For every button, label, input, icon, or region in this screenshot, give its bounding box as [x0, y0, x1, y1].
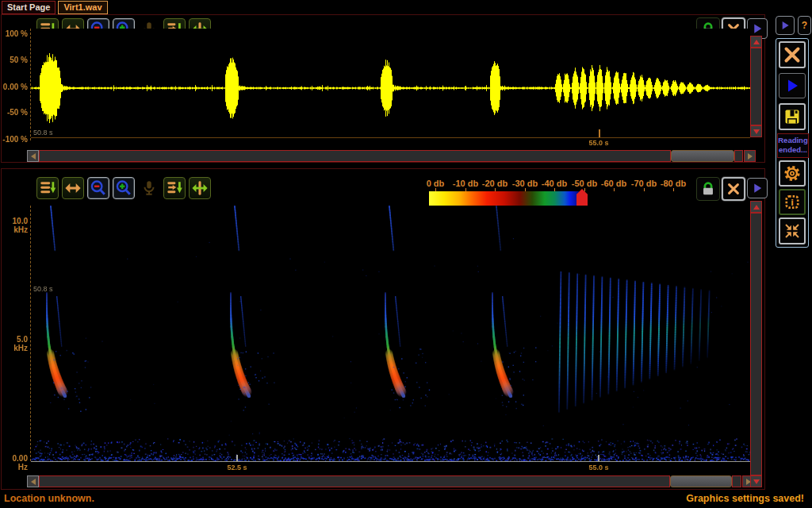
- up-arrow-icon: [753, 205, 760, 210]
- wave-time-tick-label: 55.0 s: [583, 139, 615, 147]
- wave-hscroll-track-end[interactable]: [734, 150, 743, 162]
- close-icon: [726, 181, 741, 197]
- collapse-arrows-icon: [783, 221, 802, 241]
- up-arrow-icon: [753, 40, 760, 44]
- lock-icon: [705, 183, 711, 188]
- reading-status-label: Reading ended...: [777, 133, 809, 158]
- spec-hscroll-track-end[interactable]: [732, 475, 741, 487]
- spec-freq-label: 0.00 Hz: [2, 454, 28, 471]
- spectrogram-panel: 0 db -10 db -20 db -30 db -40 db -50 db …: [1, 168, 765, 490]
- spec-time-axis: [31, 461, 750, 462]
- global-play-button[interactable]: [776, 16, 795, 35]
- fit-horizontal-button[interactable]: [62, 177, 84, 199]
- sidebar-close-button[interactable]: [779, 41, 806, 68]
- status-message-right: Graphics settings saved!: [686, 493, 804, 504]
- left-arrow-icon: [31, 479, 36, 485]
- sidebar-collapse-button[interactable]: [779, 217, 806, 244]
- spec-vscroll-track[interactable]: [750, 213, 762, 475]
- app-window: Start Page Virt1.wav: [0, 0, 812, 508]
- wave-y-label: 100 %: [2, 29, 28, 38]
- spec-hscroll-thumb[interactable]: [670, 475, 732, 487]
- play-icon: [750, 21, 764, 36]
- control-sidebar: Reading ended... i: [776, 38, 809, 248]
- sidebar-save-button[interactable]: [779, 103, 806, 130]
- spec-freq-label: 5.0 kHz: [2, 335, 28, 352]
- gear-icon: [783, 164, 802, 183]
- waveform-plot[interactable]: [31, 29, 750, 140]
- wave-hscroll-track[interactable]: [39, 150, 671, 162]
- wave-cursor-time-label: 50.8 s: [33, 129, 53, 137]
- fit-vertical-button[interactable]: [36, 177, 59, 199]
- wave-hscroll-thumb[interactable]: [671, 150, 734, 162]
- zoom-out-button[interactable]: [87, 177, 109, 199]
- db-gradient-bar[interactable]: [429, 191, 680, 206]
- sidebar-play-button[interactable]: [779, 73, 806, 98]
- spec-time-tick-label: 55.0 s: [583, 464, 615, 471]
- play-icon: [750, 181, 764, 195]
- tab-bar: Start Page Virt1.wav: [2, 1, 108, 14]
- wave-vscroll-up-button[interactable]: [750, 36, 762, 48]
- wave-vscroll-track[interactable]: [750, 48, 762, 125]
- left-arrow-icon: [31, 153, 36, 160]
- right-arrow-icon: [748, 153, 753, 160]
- down-arrow-icon: [753, 129, 760, 134]
- play-icon: [779, 19, 791, 32]
- help-button[interactable]: ?: [798, 16, 811, 35]
- play-view-button[interactable]: [747, 178, 768, 198]
- spec-vscroll-up-button[interactable]: [750, 201, 762, 213]
- wave-y-axis: [30, 29, 31, 140]
- spec-freq-label: 10.0 kHz: [2, 217, 28, 234]
- save-icon: [783, 107, 802, 126]
- auto-scroll-button[interactable]: [163, 177, 186, 199]
- tab-start-page[interactable]: Start Page: [2, 1, 56, 14]
- wave-vscroll-down-button[interactable]: [750, 125, 762, 137]
- waveform-panel: 100 % 50 % 0.00 % -50 % -100 % 50.8 s 55…: [1, 14, 765, 163]
- zoom-in-button[interactable]: [113, 177, 135, 199]
- wave-y-label: -50 %: [2, 108, 28, 117]
- tab-virt1-wav[interactable]: Virt1.wav: [58, 1, 107, 14]
- sidebar-info-button[interactable]: i: [779, 189, 806, 215]
- close-icon: [783, 45, 802, 64]
- spec-y-axis: [30, 206, 31, 461]
- play-icon: [782, 76, 802, 95]
- spectrogram-plot[interactable]: [31, 206, 750, 461]
- svg-text:i: i: [791, 198, 794, 207]
- pan-horizontal-button[interactable]: [189, 177, 211, 199]
- sidebar-settings-button[interactable]: [779, 160, 806, 187]
- spec-hscroll-left-button[interactable]: [27, 475, 39, 487]
- info-icon: i: [783, 193, 802, 211]
- spec-cursor-time-label: 50.8 s: [33, 285, 53, 293]
- status-message-left: Location unknown.: [4, 493, 94, 504]
- lock-button[interactable]: [696, 177, 720, 201]
- spec-time-tick: [598, 455, 599, 461]
- wave-hscroll-left-button[interactable]: [27, 150, 39, 162]
- wave-y-label: -100 %: [2, 135, 28, 144]
- down-arrow-icon: [753, 479, 760, 484]
- wave-time-tick: [599, 129, 600, 137]
- wave-time-axis: [31, 137, 750, 138]
- db-label: -80 db: [656, 179, 691, 188]
- spec-hscroll-track[interactable]: [39, 475, 670, 487]
- wave-y-label: 0.00 %: [2, 83, 28, 91]
- spec-time-tick: [236, 455, 238, 461]
- wave-hscroll-right-button[interactable]: [744, 150, 756, 162]
- close-view-button[interactable]: [722, 177, 745, 201]
- wave-y-label: 50 %: [2, 56, 28, 64]
- spec-time-tick-label: 52.5 s: [221, 464, 253, 471]
- microphone-button[interactable]: [138, 177, 160, 199]
- spec-vscroll-down-button[interactable]: [750, 475, 762, 487]
